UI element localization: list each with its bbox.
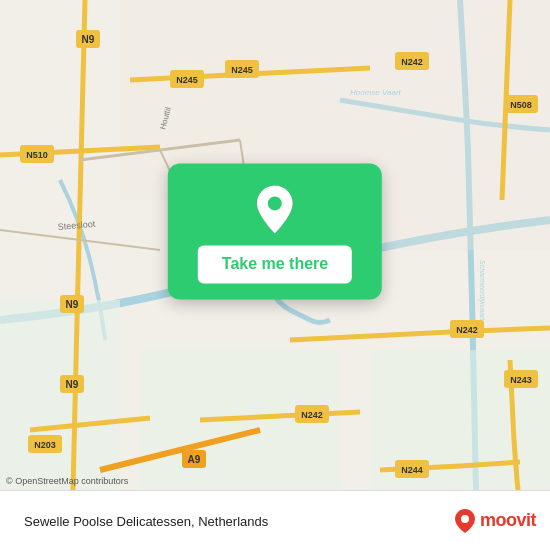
svg-text:N245: N245 bbox=[176, 75, 198, 85]
svg-point-40 bbox=[268, 196, 282, 210]
moovit-logo: moovit bbox=[454, 508, 536, 534]
svg-text:N243: N243 bbox=[510, 375, 532, 385]
svg-text:N242: N242 bbox=[301, 410, 323, 420]
take-me-there-button[interactable]: Take me there bbox=[198, 245, 352, 283]
svg-text:Hoomse Vaart: Hoomse Vaart bbox=[350, 88, 402, 97]
bottom-bar: Sewelle Poolse Delicatessen, Netherlands… bbox=[0, 490, 550, 550]
svg-text:N508: N508 bbox=[510, 100, 532, 110]
svg-text:N510: N510 bbox=[26, 150, 48, 160]
svg-point-41 bbox=[461, 515, 469, 523]
svg-text:Scharmeerdijkvaart: Scharmeerdijkvaart bbox=[478, 260, 486, 321]
svg-text:N9: N9 bbox=[66, 299, 79, 310]
map-pin-icon bbox=[253, 183, 297, 235]
svg-text:A9: A9 bbox=[188, 454, 201, 465]
place-info: Sewelle Poolse Delicatessen, Netherlands bbox=[14, 512, 454, 530]
svg-text:© OpenStreetMap contributors: © OpenStreetMap contributors bbox=[6, 476, 129, 486]
svg-text:N9: N9 bbox=[66, 379, 79, 390]
svg-text:N242: N242 bbox=[401, 57, 423, 67]
svg-text:N242: N242 bbox=[456, 325, 478, 335]
map-container: N9 N510 N245 N245 N9 N9 N242 N242 N508 N… bbox=[0, 0, 550, 490]
svg-text:N9: N9 bbox=[82, 34, 95, 45]
moovit-pin-icon bbox=[454, 508, 476, 534]
svg-rect-1 bbox=[0, 300, 120, 490]
svg-text:N203: N203 bbox=[34, 440, 56, 450]
svg-text:N245: N245 bbox=[231, 65, 253, 75]
location-popup: Take me there bbox=[168, 163, 382, 299]
svg-text:N244: N244 bbox=[401, 465, 423, 475]
place-name: Sewelle Poolse Delicatessen, Netherlands bbox=[24, 514, 268, 529]
moovit-brand-label: moovit bbox=[480, 510, 536, 531]
